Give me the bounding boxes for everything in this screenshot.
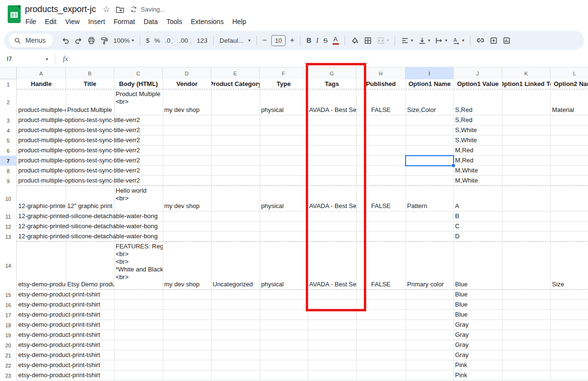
- cell-A8[interactable]: product-multiple-options-test-sync-title…: [17, 166, 142, 176]
- cell-C1[interactable]: Body (HTML): [114, 79, 163, 89]
- decrease-font-size-button[interactable]: −: [263, 34, 267, 47]
- cell-D14[interactable]: my dev shop: [163, 242, 211, 290]
- row-header-14[interactable]: 14: [0, 242, 17, 290]
- cell-A9[interactable]: product-multiple-options-test-sync-title…: [17, 176, 142, 186]
- row-header-12[interactable]: 12: [0, 221, 17, 232]
- cell-J18[interactable]: Gray: [454, 320, 502, 330]
- cell-J5[interactable]: S,White: [454, 135, 502, 146]
- merge-cells-button[interactable]: ▾: [377, 34, 389, 47]
- cell-A18[interactable]: etsy-demo-product-print-tshirt: [17, 320, 102, 330]
- cell-A16[interactable]: etsy-demo-product-print-tshirt: [17, 300, 102, 310]
- cell-A2[interactable]: product-multiple-options-test-sync-title…: [17, 89, 66, 115]
- cell-A5[interactable]: product-multiple-options-test-sync-title…: [17, 135, 142, 146]
- move-to-folder-icon[interactable]: [116, 6, 124, 13]
- cell-J12[interactable]: C: [454, 221, 502, 232]
- cell-B2[interactable]: Product Multiple: [66, 89, 114, 115]
- menu-file[interactable]: File: [21, 16, 41, 27]
- cell-A21[interactable]: etsy-demo-product-print-tshirt: [17, 350, 102, 360]
- decrease-decimal-button[interactable]: .0 ←: [165, 34, 174, 47]
- spreadsheet-grid[interactable]: 1234567891011121314151617181920212223ABC…: [0, 67, 588, 381]
- undo-button[interactable]: [61, 34, 70, 47]
- row-header-3[interactable]: 3: [0, 115, 17, 125]
- menu-insert[interactable]: Insert: [84, 16, 109, 27]
- cell-J6[interactable]: M,Red: [454, 146, 502, 156]
- format-percent-button[interactable]: %: [155, 34, 160, 47]
- cell-C2[interactable]: Product Multiple<br>: [114, 89, 163, 115]
- fill-color-button[interactable]: [351, 34, 359, 47]
- cell-A22[interactable]: etsy-demo-product-print-tshirt: [17, 360, 102, 370]
- cell-A1[interactable]: Handle: [17, 79, 66, 89]
- cell-I1[interactable]: Option1 Name: [406, 79, 454, 89]
- row-header-5[interactable]: 5: [0, 135, 17, 146]
- cell-J8[interactable]: M,White: [454, 166, 502, 176]
- format-currency-button[interactable]: $: [146, 34, 150, 47]
- cell-J11[interactable]: B: [454, 211, 502, 221]
- cell-E14[interactable]: Uncategorized: [211, 242, 260, 290]
- bold-button[interactable]: B: [306, 34, 311, 47]
- more-formats-button[interactable]: 123: [197, 34, 208, 47]
- cell-J10[interactable]: A: [454, 186, 502, 211]
- cell-J4[interactable]: S,White: [454, 125, 502, 135]
- row-header-15[interactable]: 15: [0, 290, 17, 300]
- column-header-I[interactable]: I: [406, 67, 454, 79]
- borders-button[interactable]: [364, 34, 372, 47]
- cell-D1[interactable]: Vendor: [163, 79, 211, 89]
- cell-I2[interactable]: Size,Color: [406, 89, 454, 115]
- row-header-18[interactable]: 18: [0, 320, 17, 330]
- cell-L14[interactable]: Size: [551, 242, 588, 290]
- menu-tools[interactable]: Tools: [162, 16, 187, 27]
- font-select[interactable]: Defaul... ▾: [219, 34, 251, 47]
- cell-J2[interactable]: S,Red: [454, 89, 502, 115]
- row-header-1[interactable]: 1: [0, 79, 17, 89]
- row-header-13[interactable]: 13: [0, 232, 17, 242]
- star-icon[interactable]: ☆: [103, 4, 110, 14]
- font-size-input[interactable]: 10: [271, 35, 286, 46]
- cell-J1[interactable]: Option1 Value: [454, 79, 502, 89]
- menu-data[interactable]: Data: [139, 16, 162, 27]
- cell-A7[interactable]: product-multiple-options-test-sync-title…: [17, 156, 142, 166]
- row-header-19[interactable]: 19: [0, 330, 17, 340]
- cell-K1[interactable]: Option1 Linked To: [502, 79, 551, 89]
- cell-J7[interactable]: M,Red: [454, 156, 502, 166]
- column-header-B[interactable]: B: [66, 67, 114, 79]
- row-header-4[interactable]: 4: [0, 125, 17, 135]
- cell-C14[interactable]: FEATURES: Reg<br><br>*White and Black<br…: [114, 242, 163, 290]
- column-header-C[interactable]: C: [114, 67, 163, 79]
- cell-J19[interactable]: Gray: [454, 330, 502, 340]
- insert-chart-button[interactable]: [503, 34, 511, 47]
- row-header-16[interactable]: 16: [0, 300, 17, 310]
- cell-C10[interactable]: Hello world<br>: [114, 186, 163, 211]
- row-header-23[interactable]: 23: [0, 370, 17, 381]
- cell-A17[interactable]: etsy-demo-product-print-tshirt: [17, 310, 102, 320]
- cell-J22[interactable]: Pink: [454, 360, 502, 370]
- row-header-11[interactable]: 11: [0, 211, 17, 221]
- cell-A23[interactable]: etsy-demo-product-print-tshirt: [17, 370, 102, 381]
- cell-A13[interactable]: 12-graphic-printed-silicone-detachable-w…: [17, 232, 159, 242]
- column-header-F[interactable]: F: [260, 67, 308, 79]
- cell-J3[interactable]: S,Red: [454, 115, 502, 125]
- cell-A19[interactable]: etsy-demo-product-print-tshirt: [17, 330, 102, 340]
- increase-font-size-button[interactable]: +: [290, 34, 294, 47]
- cell-I10[interactable]: Pattern: [406, 186, 454, 211]
- cell-J17[interactable]: Blue: [454, 310, 502, 320]
- menu-edit[interactable]: Edit: [41, 16, 61, 27]
- cell-A15[interactable]: etsy-demo-product-print-tshirt: [17, 290, 102, 300]
- cell-B1[interactable]: Title: [66, 79, 114, 89]
- cell-E1[interactable]: Product Category: [211, 79, 260, 89]
- cell-A20[interactable]: etsy-demo-product-print-tshirt: [17, 340, 102, 350]
- cell-A14[interactable]: etsy-demo-product-print-tshirt: [17, 242, 66, 290]
- cell-I14[interactable]: Primary color: [406, 242, 454, 290]
- row-header-17[interactable]: 17: [0, 310, 17, 320]
- row-header-7[interactable]: 7: [0, 156, 17, 166]
- row-header-21[interactable]: 21: [0, 350, 17, 360]
- column-header-K[interactable]: K: [502, 67, 551, 79]
- paint-format-button[interactable]: [100, 34, 108, 47]
- print-button[interactable]: [87, 34, 96, 47]
- redo-button[interactable]: [74, 34, 83, 47]
- cell-F14[interactable]: physical: [260, 242, 308, 290]
- cell-A4[interactable]: product-multiple-options-test-sync-title…: [17, 125, 142, 135]
- menu-view[interactable]: View: [61, 16, 84, 27]
- column-header-J[interactable]: J: [454, 67, 502, 79]
- cell-D2[interactable]: my dev shop: [163, 89, 211, 115]
- insert-link-button[interactable]: [476, 34, 485, 47]
